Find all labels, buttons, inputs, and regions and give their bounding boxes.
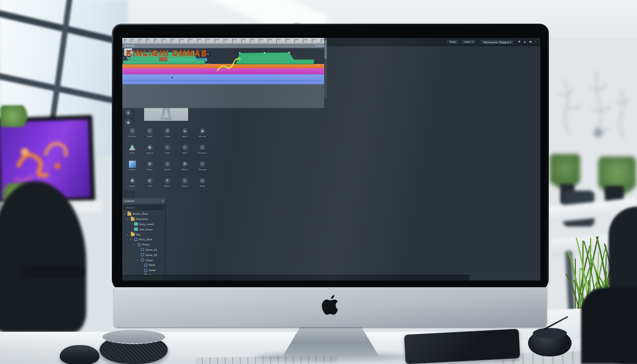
asset-icon: ◉ [129,177,136,184]
asset-item-muscle[interactable]: ◆Muscle [141,141,158,157]
tree-item[interactable]: skel_proxy [122,227,165,232]
office-chair-left-armrest [23,265,84,278]
tree-item[interactable]: Neck [122,263,165,268]
joint-icon [144,264,147,267]
menu-chip-layer-1[interactable]: Layer 1 [461,39,476,44]
asset-item-rig-kit[interactable]: ≡Rig Kit [176,174,193,190]
desk-bowl [528,325,572,356]
asset-icon: ◐ [146,127,154,135]
asset-icon: ▾ [164,177,171,184]
tree-item[interactable]: Head [122,268,165,273]
asset-label: Biped [147,135,153,137]
caret-icon[interactable]: ▾ [137,259,139,262]
caret-icon[interactable]: ▾ [134,243,136,246]
workspace-selector[interactable]: Workspace: Rigging ▾ [481,39,514,45]
folder-icon [131,233,135,236]
asset-label: Prism [130,152,135,154]
asset-label: Blade [200,185,205,187]
asset-item-blade[interactable]: ×Blade [194,174,211,190]
window-controls: ■▲◆○ [518,40,537,44]
app-window: ◉ FileEditCreateSelectModifyDisplayWindo… [122,38,540,281]
computer-mouse[interactable] [60,345,100,364]
asset-item-orb[interactable]: ▸Orb [141,174,158,190]
asset-label: Export [129,185,135,187]
asset-item-rockform[interactable]: △Rockform [194,141,211,157]
office-chair-right-seat [581,287,637,364]
grid-icon[interactable]: ■ [518,40,520,44]
library-icon [129,161,136,168]
tree-item[interactable]: Spine_01 [122,247,165,253]
asset-item-prism[interactable]: Prism [124,141,141,157]
asset-item-shell[interactable]: □Shell [176,141,193,157]
asset-icon: ⚙ [182,161,189,168]
asset-item-poses[interactable]: ★Poses [141,157,158,173]
asset-label: Muscle [146,152,153,154]
asset-item-avian[interactable]: ●Avian [176,124,193,140]
asset-item-library[interactable]: Library [124,157,141,173]
asset-label: Mask [165,185,170,187]
tree-item-label: Head [149,269,155,272]
tree-item[interactable]: ▾Root_Joint [122,237,165,242]
asset-item-export[interactable]: ◉Export [124,174,141,190]
tree-item-label: Root_Joint [139,238,152,241]
mesh-icon [134,228,138,231]
asset-item-manneq[interactable]: ■Manneq [194,124,211,140]
window-icon[interactable]: ○ [535,40,537,44]
asset-icon: □ [182,144,189,151]
asset-label: Motion [182,168,188,171]
imac-stand [281,326,381,356]
tree-item[interactable]: body_mesh [122,222,165,227]
asset-label: Quad [165,135,170,137]
asset-icon: ● [182,127,189,135]
outliner-panel: Outliner≡ ▾Scene_Root▾Geometrybody_meshs… [122,198,166,281]
asset-item-quad[interactable]: ↺Quad [159,124,176,140]
menu-chip-snap[interactable]: Snap [446,39,459,44]
tree-item[interactable]: ▾Rig [122,232,165,237]
asset-item-retarget[interactable]: ✓Retarget [194,157,211,173]
tree-item[interactable]: ▾Scene_Root [122,211,165,217]
filter-icon[interactable]: ≡ [162,200,164,202]
asset-label: Orb [148,185,151,187]
asset-item-mask[interactable]: ▾Mask [159,174,176,190]
asset-item-motion[interactable]: ⚙Motion [176,157,193,173]
graphics-tablet[interactable] [404,329,520,364]
asset-item-biped[interactable]: ◐Biped [141,124,158,140]
caret-icon[interactable]: ▾ [124,212,126,215]
caret-icon[interactable]: ▾ [130,238,133,241]
layout-icon[interactable]: ▲ [523,40,526,44]
tree-item-label: Pelvis [142,243,149,246]
joint-icon [144,269,147,272]
asset-icon: ★ [146,161,154,168]
tree-item[interactable]: ▾Pelvis [122,242,165,247]
tree-item-label: Scene_Root [133,212,148,215]
asset-label: Skeleton [128,135,136,137]
asset-label: Manneq [199,135,206,137]
tree-item-label: Geometry [136,218,148,220]
ik-handle-tool-icon[interactable]: ▲ [125,109,132,116]
plant-leaves-corner [0,105,31,127]
asset-icon: ▸ [146,177,154,184]
caret-icon[interactable]: ▾ [127,218,129,220]
fabric-speaker[interactable] [98,329,170,364]
caret-icon[interactable]: ▾ [127,233,129,236]
tree-item[interactable]: ▾Chest [122,257,165,263]
screen-bottom-bar [122,275,469,281]
asset-item-hands[interactable]: ◑Hands [159,157,176,173]
outliner-tree: ▾Scene_Root▾Geometrybody_meshskel_proxy▾… [122,211,165,281]
asset-icon: ◑ [164,161,171,168]
asset-label: Avian [182,135,188,137]
asset-label: Poses [147,168,153,171]
asset-icon: △ [199,144,206,151]
tree-item[interactable]: Spine_02 [122,252,165,257]
asset-item-cloth[interactable]: ○Cloth [159,141,176,157]
minimize-icon[interactable]: ◆ [529,40,531,44]
asset-icon: ○ [164,144,171,151]
joint-icon [137,243,141,246]
outliner-search-input[interactable] [124,205,164,210]
asset-icon: + [129,127,136,135]
asset-icon: ✓ [199,161,206,168]
asset-item-skeleton[interactable]: +Skeleton [124,124,141,140]
tree-item[interactable]: ▾Geometry [122,217,165,222]
asset-label: Cloth [165,152,170,154]
apple-logo-icon [321,294,340,318]
